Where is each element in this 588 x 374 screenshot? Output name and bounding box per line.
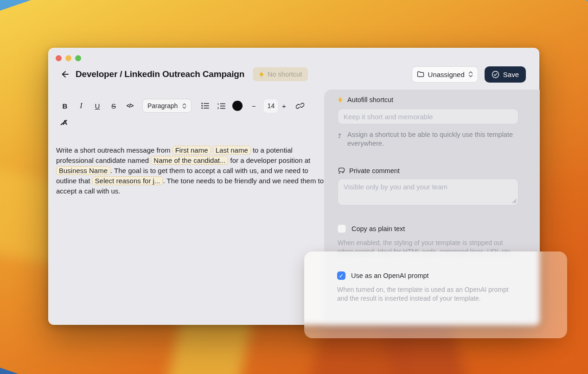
code-button[interactable]: </> [124,99,136,112]
zoom-window-button[interactable] [75,55,81,61]
template-variable-chip[interactable]: First name [173,146,211,155]
bullet-list-icon [201,103,209,109]
openai-prompt-description: When turned on, the template is used as … [337,285,521,303]
bullet-list-button[interactable] [199,99,211,112]
template-editor[interactable]: Write a short outreach message from Firs… [56,145,324,196]
openai-prompt-checkbox[interactable] [337,271,345,280]
template-variable-chip[interactable]: Business Name [56,166,110,175]
decrease-font-size-button[interactable]: − [248,99,260,112]
copy-plain-text-checkbox[interactable] [338,225,346,233]
private-comment-label-text: Private comment [349,167,400,174]
autofill-hint-text: Assign a shortcut to be able to quickly … [347,130,519,148]
svg-text:2: 2 [217,107,219,110]
folder-icon [417,71,424,77]
copy-plain-text-row: Copy as plain text [338,225,405,233]
copy-plain-text-label: Copy as plain text [352,225,405,232]
strikethrough-button[interactable]: S [108,99,120,112]
increase-font-size-button[interactable]: + [278,99,290,112]
chevron-up-down-icon [182,103,186,109]
bold-button[interactable]: B [59,99,71,112]
clear-formatting-button[interactable]: A [59,116,71,129]
back-button[interactable] [59,68,71,80]
underline-button[interactable]: U [91,99,103,112]
openai-prompt-row: Use as an OpenAI prompt [337,271,429,280]
autofill-shortcut-input[interactable] [338,109,518,124]
autofill-shortcut-label: Autofill shortcut [338,96,393,103]
lightning-bolt-icon [338,97,343,103]
template-variable-chip[interactable]: Name of the candidat... [151,156,228,165]
folder-select[interactable]: Unassigned [412,66,478,83]
formatting-toolbar: B I U S </> Paragraph 1 2 [59,97,326,131]
chevron-up-down-icon [468,71,473,77]
template-variable-chip[interactable]: Select reasons for j... [92,176,163,185]
resize-handle-icon[interactable] [512,199,517,203]
toolbar-row-1: B I U S </> Paragraph 1 2 [59,97,326,114]
autofill-shortcut-label-text: Autofill shortcut [347,96,393,103]
speech-bubbles-icon [338,168,345,174]
paragraph-style-select[interactable]: Paragraph [142,99,192,113]
numbered-list-button[interactable]: 1 2 [215,99,227,112]
editor-text: Write a short outreach message from [56,146,173,154]
arrow-left-icon [61,71,69,78]
autofill-hint: Assign a shortcut to be able to quickly … [338,130,519,148]
save-button-label: Save [503,71,519,78]
editor-text: for a developer position at [228,156,310,164]
arrow-up-hook-icon [338,132,343,139]
check-circle-icon [492,71,499,78]
link-button[interactable] [294,99,306,112]
font-size-value[interactable]: 14 [264,99,278,113]
link-icon [296,103,304,109]
folder-select-value: Unassigned [428,71,465,78]
lightning-bolt-icon [259,71,264,78]
italic-button[interactable]: I [75,99,87,112]
numbered-list-icon: 1 2 [217,103,225,110]
svg-text:1: 1 [217,103,219,105]
color-swatch-black [232,101,243,111]
shortcut-badge-label: No shortcut [268,71,302,78]
toolbar-row-2: A [59,114,326,131]
header: Developer / Linkedin Outreach Campaign N… [59,66,526,83]
page-title: Developer / Linkedin Outreach Campaign [76,69,244,79]
save-button[interactable]: Save [485,66,526,83]
spotlight-card: Use as an OpenAI prompt When turned on, … [304,251,567,338]
window-controls [56,55,81,61]
private-comment-textarea[interactable] [338,179,518,206]
template-variable-chip[interactable]: Last name [213,146,251,155]
shortcut-status-badge: No shortcut [253,67,308,81]
editor-content: Write a short outreach message from Firs… [56,146,324,195]
minimize-window-button[interactable] [65,55,71,61]
close-window-button[interactable] [56,55,62,61]
private-comment-label: Private comment [338,167,400,174]
text-color-button[interactable] [231,99,243,112]
paragraph-style-value: Paragraph [147,102,178,110]
openai-prompt-label: Use as an OpenAI prompt [351,272,429,279]
